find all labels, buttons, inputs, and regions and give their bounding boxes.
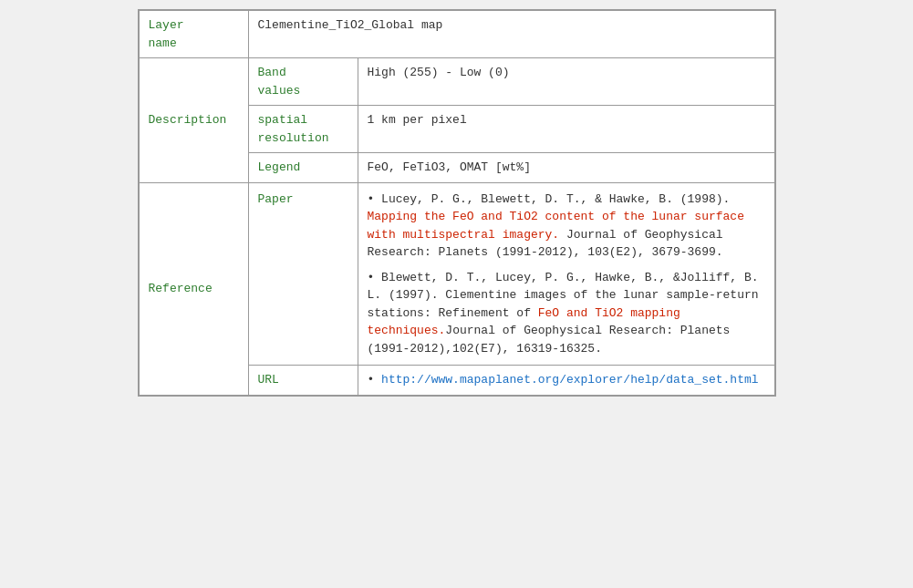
layer-name-label: Layername bbox=[139, 11, 248, 58]
url-label: URL bbox=[248, 366, 358, 396]
band-values-label: Bandvalues bbox=[248, 58, 358, 106]
paper-label: Paper bbox=[248, 182, 358, 366]
spatial-resolution-label: spatialresolution bbox=[248, 106, 358, 153]
paper-bullet-2: • Blewett, D. T., Lucey, P. G., Hawke, B… bbox=[368, 269, 765, 358]
band-values-value: High (255) - Low (0) bbox=[358, 58, 774, 106]
info-table: Layername Clementine_TiO2_Global map Des… bbox=[138, 9, 776, 397]
paper-value: • Lucey, P. G., Blewett, D. T., & Hawke,… bbox=[358, 182, 774, 366]
layer-name-value: Clementine_TiO2_Global map bbox=[248, 11, 774, 58]
spatial-resolution-value: 1 km per pixel bbox=[358, 106, 774, 153]
paper-bullet1-black: • Lucey, P. G., Blewett, D. T., & Hawke,… bbox=[368, 192, 731, 206]
layer-name-row: Layername Clementine_TiO2_Global map bbox=[139, 11, 774, 58]
description-label: Description bbox=[139, 58, 248, 183]
reference-label: Reference bbox=[139, 182, 248, 395]
band-values-row: Description Bandvalues High (255) - Low … bbox=[139, 58, 774, 106]
url-value: • http://www.mapaplanet.org/explorer/hel… bbox=[358, 366, 774, 396]
legend-value: FeO, FeTiO3, OMAT [wt%] bbox=[358, 153, 774, 183]
url-bullet: • bbox=[368, 373, 382, 387]
paper-row: Reference Paper • Lucey, P. G., Blewett,… bbox=[139, 182, 774, 366]
url-link[interactable]: http://www.mapaplanet.org/explorer/help/… bbox=[381, 373, 758, 387]
paper-bullet-1: • Lucey, P. G., Blewett, D. T., & Hawke,… bbox=[368, 191, 765, 262]
legend-label: Legend bbox=[248, 153, 358, 183]
